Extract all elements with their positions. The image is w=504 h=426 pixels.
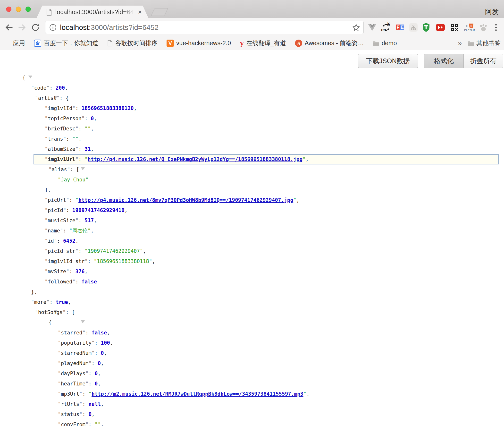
json-token: : bbox=[50, 299, 56, 305]
json-token: : bbox=[84, 116, 91, 121]
json-token: " bbox=[35, 95, 38, 101]
json-token: : bbox=[66, 207, 72, 213]
json-token: , bbox=[91, 228, 94, 234]
bookmark-vue-hackernews[interactable]: V vue-hackernews-2.0 bbox=[167, 40, 231, 47]
json-token: , bbox=[78, 136, 82, 142]
other-bookmarks[interactable]: 其他书签 bbox=[468, 39, 501, 47]
json-value: true bbox=[56, 299, 68, 305]
sitemap-extension-icon[interactable] bbox=[409, 23, 418, 32]
json-token: " bbox=[72, 279, 76, 285]
bookmark-youdao-translate[interactable]: y 在线翻译_有道 bbox=[240, 39, 286, 48]
json-value: 31 bbox=[84, 146, 91, 152]
json-row: "mvSize": 376, bbox=[0, 266, 504, 277]
json-token: [ bbox=[72, 309, 75, 315]
json-token: " bbox=[94, 258, 97, 264]
collapse-toggle-icon[interactable] bbox=[81, 320, 85, 329]
window-close-button[interactable] bbox=[6, 7, 11, 12]
new-tab-button[interactable] bbox=[151, 8, 168, 16]
json-row: { bbox=[0, 73, 504, 83]
address-bar[interactable]: localhost:3000/artists?id=6452 bbox=[45, 21, 364, 34]
json-token: " bbox=[92, 350, 95, 356]
json-key: img1v1Id bbox=[48, 105, 72, 111]
json-token: : bbox=[75, 279, 81, 285]
json-link[interactable]: http://m2.music.126.net/RMJR7wDullRqppBk… bbox=[92, 391, 303, 397]
json-token: " bbox=[63, 136, 66, 142]
json-token: " bbox=[58, 422, 61, 426]
json-token: : bbox=[88, 258, 94, 264]
json-token: " bbox=[46, 299, 50, 305]
json-row: "name": "周杰伦", bbox=[0, 226, 504, 236]
browser-menu-icon[interactable] bbox=[495, 24, 497, 31]
paw-extension-icon[interactable] bbox=[479, 24, 487, 31]
h5-player-icon[interactable]: 5 PLAYER bbox=[464, 24, 475, 31]
json-token: , bbox=[134, 105, 137, 111]
bookmark-folder-demo[interactable]: demo bbox=[373, 40, 397, 47]
browser-tab[interactable]: localhost:3000/artists?id=645 × bbox=[36, 6, 149, 18]
window-zoom-button[interactable] bbox=[25, 7, 31, 12]
json-value: 18569651883380118 bbox=[97, 258, 149, 264]
json-token: , bbox=[84, 269, 88, 274]
tab-close-icon[interactable]: × bbox=[138, 9, 142, 16]
bookmark-star-icon[interactable] bbox=[352, 24, 360, 31]
bookmark-awesomes[interactable]: A Awesomes - 前端资… bbox=[295, 39, 364, 47]
json-token: , bbox=[94, 116, 97, 121]
profile-name[interactable]: 阿发 bbox=[485, 7, 499, 17]
json-token: " bbox=[75, 136, 78, 142]
json-token: " bbox=[45, 136, 48, 142]
json-token: " bbox=[58, 177, 61, 183]
json-key: img1v1Url bbox=[48, 156, 76, 162]
tab-title: localhost:3000/artists?id=645 bbox=[55, 8, 135, 16]
json-token: ], bbox=[45, 187, 51, 193]
json-row: "code": 200, bbox=[0, 83, 504, 93]
json-key: playedNum bbox=[61, 360, 89, 366]
json-token: " bbox=[98, 422, 101, 426]
qr-code-icon[interactable] bbox=[450, 23, 459, 32]
json-row: "hearTime": 0, bbox=[0, 379, 504, 389]
json-value: 19097417462929407 bbox=[88, 248, 140, 254]
download-json-button[interactable]: 下载JSON数据 bbox=[358, 54, 418, 68]
collapse-toggle-icon[interactable] bbox=[81, 167, 85, 176]
json-key: hotSongs bbox=[38, 309, 63, 315]
json-link[interactable]: http://p4.music.126.net/Q_ExePNkmgB2yWyL… bbox=[88, 156, 302, 162]
json-link[interactable]: http://p4.music.126.net/8mv7qP30Pd3oHW8b… bbox=[78, 197, 293, 203]
bookmark-baidu[interactable]: 百度一下，你就知道 bbox=[34, 39, 98, 47]
svg-text:5: 5 bbox=[470, 24, 472, 28]
bookmarks-overflow-chevron[interactable]: » bbox=[458, 39, 462, 47]
json-token: : bbox=[66, 309, 72, 315]
tampermonkey-shield-icon[interactable] bbox=[422, 23, 430, 32]
back-button[interactable] bbox=[5, 23, 14, 32]
json-row: "id": 6452, bbox=[0, 236, 504, 246]
other-bookmarks-label: 其他书签 bbox=[476, 39, 501, 47]
forward-button[interactable] bbox=[17, 23, 26, 32]
json-token: : bbox=[88, 422, 94, 426]
json-key: briefDesc bbox=[48, 126, 76, 132]
fe-helper-icon[interactable]: F E bbox=[396, 23, 404, 32]
reload-button[interactable] bbox=[31, 23, 40, 32]
bookmark-google-sort[interactable]: 谷歌按时间排序 bbox=[107, 39, 158, 47]
json-row: "artist": { bbox=[0, 93, 504, 103]
json-token: " bbox=[149, 258, 152, 264]
translate-extension-icon[interactable]: en 英 bbox=[382, 23, 390, 32]
collapse-all-button[interactable]: 折叠所有 bbox=[463, 54, 503, 68]
json-token: " bbox=[75, 218, 78, 223]
url-text: localhost:3000/artists?id=6452 bbox=[60, 23, 352, 32]
youdao-icon: y bbox=[240, 39, 244, 48]
url-path: :3000/artists?id=6452 bbox=[89, 23, 159, 31]
json-token: " bbox=[84, 126, 88, 132]
json-row: "dayPlays": 0, bbox=[0, 368, 504, 379]
bookmarks-bar: 应用 百度一下，你就知道 bbox=[0, 36, 504, 50]
vue-devtools-icon[interactable] bbox=[368, 24, 376, 31]
page-info-icon[interactable] bbox=[49, 24, 57, 31]
format-button[interactable]: 格式化 bbox=[424, 54, 463, 68]
json-token: : bbox=[78, 156, 84, 162]
video-speed-icon[interactable] bbox=[436, 24, 445, 31]
json-token: " bbox=[31, 85, 34, 91]
window-minimize-button[interactable] bbox=[16, 7, 21, 12]
collapse-toggle-icon[interactable] bbox=[28, 76, 32, 84]
json-token: " bbox=[82, 116, 85, 121]
json-token: " bbox=[72, 136, 76, 142]
json-token: " bbox=[293, 197, 296, 203]
json-token: " bbox=[140, 248, 143, 254]
bookmark-apps[interactable]: 应用 bbox=[7, 39, 25, 47]
json-value: 19097417462929410 bbox=[72, 207, 125, 213]
